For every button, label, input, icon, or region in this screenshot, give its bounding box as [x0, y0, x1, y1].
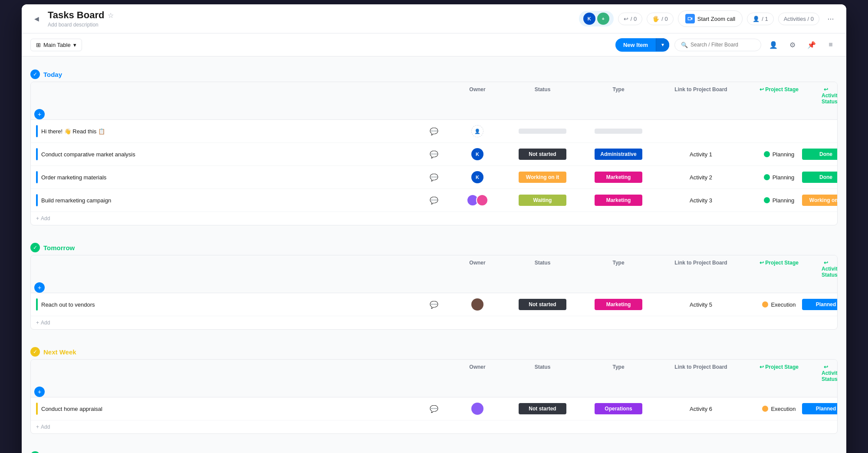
task-name[interactable]: Hi there! 👋 Read this 📋 [41, 128, 105, 135]
owner-cell[interactable] [445, 399, 510, 418]
new-item-label[interactable]: New Item [615, 38, 656, 52]
chat-cell[interactable]: 💬 [423, 193, 445, 208]
type-cell[interactable]: Marketing [575, 169, 662, 185]
type-badge[interactable]: Marketing [595, 299, 642, 310]
owner-avatar[interactable]: K [471, 148, 483, 160]
link-cell[interactable]: Activity 6 [662, 402, 740, 416]
owner-avatar-photo[interactable] [471, 403, 483, 415]
stage-label[interactable]: Planning [773, 174, 795, 181]
counter-btn-1[interactable]: ↩ / 0 [618, 13, 642, 25]
link-cell[interactable]: Activity 1 [662, 148, 740, 161]
chat-cell[interactable]: 💬 [423, 147, 445, 162]
more-button[interactable]: ··· [824, 12, 838, 26]
zoom-button[interactable]: Start Zoom call [678, 10, 743, 27]
pin-icon[interactable]: 📌 [805, 38, 819, 52]
type-badge[interactable] [595, 129, 642, 134]
user-avatar-k[interactable]: K [583, 13, 595, 25]
new-item-dropdown-arrow[interactable]: ▾ [656, 38, 669, 51]
collapse-button[interactable]: ◀ [30, 13, 43, 25]
chat-cell[interactable]: 💬 [423, 297, 445, 312]
stage-label[interactable]: Execution [771, 406, 796, 412]
owner-cell[interactable]: 👤 [445, 122, 510, 141]
activity-badge[interactable]: Working on it [802, 195, 838, 206]
settings-icon[interactable]: ⚙ [786, 38, 799, 52]
chat-cell[interactable]: 💬 [423, 401, 445, 417]
status-badge[interactable]: Not started [519, 403, 566, 414]
type-cell[interactable]: Marketing [575, 192, 662, 208]
activity-status-cell[interactable]: Working on it [818, 192, 834, 208]
avatar-img-2[interactable] [476, 194, 488, 206]
task-name[interactable]: Build remarketing campaign [41, 197, 111, 204]
activity-badge[interactable]: Planned [802, 403, 838, 414]
type-cell[interactable]: Operations [575, 400, 662, 417]
stage-label[interactable]: Planning [773, 197, 795, 204]
add-label[interactable]: Add [41, 215, 50, 222]
activity-status-cell[interactable]: Planned [818, 296, 834, 313]
users-button[interactable]: 👤 / 1 [747, 13, 773, 25]
owner-avatar[interactable]: K [471, 171, 483, 183]
activity-badge[interactable]: Done [802, 172, 838, 183]
owner-avatar-multi[interactable] [467, 194, 488, 206]
chat-cell[interactable]: 💬 [423, 170, 445, 185]
add-column-tomorrow[interactable]: + [34, 282, 45, 293]
task-name[interactable]: Conduct comparative market analysis [41, 151, 135, 158]
status-cell[interactable]: Not started [510, 400, 575, 417]
search-box[interactable]: 🔍 [674, 39, 761, 51]
type-cell[interactable] [575, 126, 662, 136]
status-cell[interactable]: Not started [510, 296, 575, 313]
search-input[interactable] [690, 42, 755, 48]
counter-btn-2[interactable]: 🖐 / 0 [647, 13, 673, 25]
star-icon[interactable]: ☆ [108, 11, 114, 20]
owner-avatar-photo[interactable] [471, 298, 483, 311]
task-name[interactable]: Order marketing materials [41, 174, 106, 181]
person-filter-icon[interactable]: 👤 [766, 38, 780, 52]
type-badge[interactable]: Operations [595, 403, 642, 414]
add-row-tomorrow[interactable]: + Add [31, 316, 837, 329]
activities-button[interactable]: Activities / 0 [778, 13, 819, 25]
owner-avatar-empty[interactable]: 👤 [471, 125, 483, 137]
status-badge[interactable]: Not started [519, 299, 566, 310]
task-name[interactable]: Reach out to vendors [41, 301, 95, 308]
stage-label[interactable]: Planning [773, 151, 795, 158]
add-column-today[interactable]: + [34, 109, 45, 119]
board-subtitle[interactable]: Add board description [48, 22, 574, 28]
status-badge[interactable]: Waiting [519, 195, 566, 206]
filter-icon[interactable]: ≡ [824, 38, 838, 52]
type-cell[interactable]: Administrative [575, 146, 662, 162]
owner-cell[interactable]: K [445, 145, 510, 164]
table-selector[interactable]: ⊞ Main Table ▾ [30, 39, 82, 51]
add-label[interactable]: Add [41, 320, 50, 326]
add-row-next-week[interactable]: + Add [31, 420, 837, 433]
activity-badge[interactable]: Planned [802, 299, 838, 310]
status-cell[interactable]: Waiting [510, 192, 575, 208]
type-badge[interactable]: Marketing [595, 195, 642, 206]
link-cell[interactable]: Activity 2 [662, 171, 740, 184]
type-badge[interactable]: Administrative [595, 149, 642, 160]
status-badge[interactable] [519, 129, 566, 134]
chat-cell[interactable]: 💬 [423, 124, 445, 139]
type-cell[interactable]: Marketing [575, 296, 662, 313]
activity-status-cell[interactable]: Done [818, 146, 834, 162]
owner-cell[interactable] [445, 191, 510, 210]
status-badge[interactable]: Not started [519, 149, 566, 160]
add-label[interactable]: Add [41, 424, 50, 430]
user-avatar-invite[interactable]: + [597, 13, 609, 25]
status-cell[interactable]: Working on it [510, 169, 575, 185]
avatar-group[interactable]: K + [579, 11, 614, 26]
type-badge[interactable]: Marketing [595, 172, 642, 183]
add-column-next-week[interactable]: + [34, 387, 45, 397]
activity-status-cell[interactable]: Done [818, 169, 834, 185]
activity-badge[interactable]: Done [802, 149, 838, 160]
owner-cell[interactable]: K [445, 168, 510, 187]
owner-cell[interactable] [445, 295, 510, 314]
stage-label[interactable]: Execution [771, 301, 796, 308]
status-badge[interactable]: Working on it [519, 172, 566, 183]
new-item-button[interactable]: New Item ▾ [615, 38, 669, 52]
status-cell[interactable]: Not started [510, 146, 575, 162]
link-cell[interactable]: Activity 3 [662, 194, 740, 207]
status-cell[interactable] [510, 126, 575, 136]
add-row-today[interactable]: + Add [31, 212, 837, 225]
task-name[interactable]: Conduct home appraisal [41, 406, 102, 412]
link-cell[interactable]: Activity 5 [662, 298, 740, 311]
activity-status-cell[interactable]: Planned [818, 400, 834, 417]
